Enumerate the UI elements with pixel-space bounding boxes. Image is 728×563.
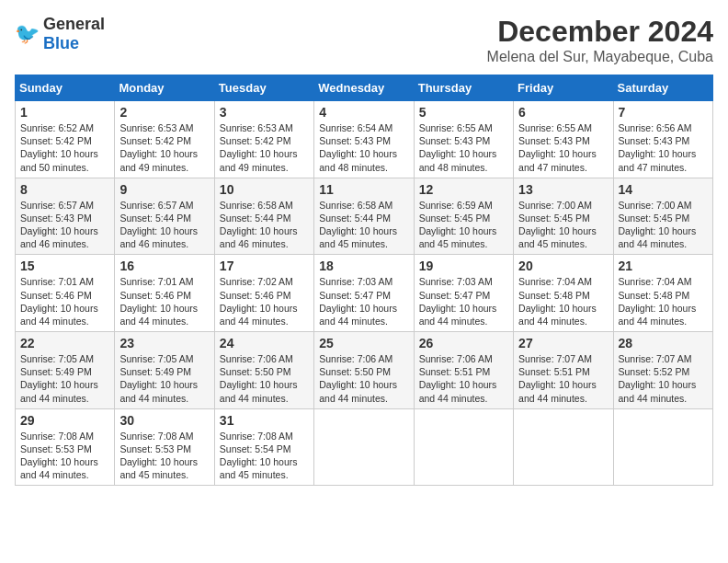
- day-number: 2: [119, 105, 209, 120]
- day-info: Sunrise: 6:56 AMSunset: 5:43 PMDaylight:…: [619, 122, 697, 173]
- calendar-cell: 29 Sunrise: 7:08 AMSunset: 5:53 PMDaylig…: [16, 408, 115, 486]
- calendar-cell: 15 Sunrise: 7:01 AMSunset: 5:46 PMDaylig…: [16, 255, 115, 332]
- day-number: 11: [319, 182, 408, 197]
- day-info: Sunrise: 6:58 AMSunset: 5:44 PMDaylight:…: [220, 200, 298, 250]
- main-title: December 2024: [487, 15, 713, 49]
- calendar-cell: 17 Sunrise: 7:02 AMSunset: 5:46 PMDaylig…: [214, 255, 313, 332]
- calendar-cell: 20 Sunrise: 7:04 AMSunset: 5:48 PMDaylig…: [514, 255, 613, 332]
- day-info: Sunrise: 6:58 AMSunset: 5:44 PMDaylight:…: [319, 200, 397, 250]
- day-info: Sunrise: 7:08 AMSunset: 5:53 PMDaylight:…: [20, 431, 98, 481]
- day-info: Sunrise: 7:06 AMSunset: 5:50 PMDaylight:…: [319, 353, 397, 404]
- day-number: 27: [518, 336, 608, 350]
- calendar-day-header: Tuesday: [214, 75, 313, 101]
- calendar-cell: 24 Sunrise: 7:06 AMSunset: 5:50 PMDaylig…: [214, 332, 313, 409]
- day-info: Sunrise: 7:01 AMSunset: 5:46 PMDaylight:…: [20, 276, 98, 327]
- day-info: Sunrise: 7:06 AMSunset: 5:50 PMDaylight:…: [220, 353, 298, 404]
- day-number: 16: [119, 259, 209, 273]
- day-number: 10: [220, 182, 309, 197]
- day-number: 9: [119, 182, 209, 197]
- calendar-table: SundayMondayTuesdayWednesdayThursdayFrid…: [15, 75, 713, 486]
- day-number: 29: [20, 413, 109, 428]
- header: 🐦 General Blue December 2024 Melena del …: [15, 15, 713, 65]
- calendar-week-row: 15 Sunrise: 7:01 AMSunset: 5:46 PMDaylig…: [16, 255, 713, 332]
- day-number: 28: [619, 336, 708, 350]
- calendar-cell: [314, 408, 414, 486]
- day-number: 18: [319, 259, 408, 273]
- day-info: Sunrise: 6:55 AMSunset: 5:43 PMDaylight:…: [518, 122, 597, 173]
- calendar-week-row: 1 Sunrise: 6:52 AMSunset: 5:42 PMDayligh…: [16, 101, 713, 178]
- calendar-week-row: 22 Sunrise: 7:05 AMSunset: 5:49 PMDaylig…: [16, 332, 713, 409]
- logo-bird-icon: 🐦: [15, 22, 40, 46]
- day-number: 22: [20, 336, 109, 350]
- calendar-day-header: Monday: [115, 75, 214, 101]
- day-number: 26: [419, 336, 508, 350]
- calendar-cell: [613, 408, 712, 486]
- calendar-cell: 30 Sunrise: 7:08 AMSunset: 5:53 PMDaylig…: [115, 408, 214, 486]
- calendar-cell: 4 Sunrise: 6:54 AMSunset: 5:43 PMDayligh…: [314, 101, 414, 178]
- calendar-cell: 12 Sunrise: 6:59 AMSunset: 5:45 PMDaylig…: [414, 178, 513, 255]
- subtitle: Melena del Sur, Mayabeque, Cuba: [487, 49, 713, 65]
- calendar-header-row: SundayMondayTuesdayWednesdayThursdayFrid…: [16, 75, 713, 101]
- calendar-cell: 6 Sunrise: 6:55 AMSunset: 5:43 PMDayligh…: [514, 101, 613, 178]
- day-info: Sunrise: 6:53 AMSunset: 5:42 PMDaylight:…: [220, 122, 298, 173]
- calendar-cell: 27 Sunrise: 7:07 AMSunset: 5:51 PMDaylig…: [514, 332, 613, 409]
- day-number: 30: [119, 413, 209, 428]
- day-number: 3: [220, 105, 309, 120]
- calendar-cell: 9 Sunrise: 6:57 AMSunset: 5:44 PMDayligh…: [115, 178, 214, 255]
- calendar-cell: 2 Sunrise: 6:53 AMSunset: 5:42 PMDayligh…: [115, 101, 214, 178]
- calendar-cell: 5 Sunrise: 6:55 AMSunset: 5:43 PMDayligh…: [414, 101, 513, 178]
- logo: 🐦 General Blue: [15, 15, 105, 53]
- day-number: 19: [419, 259, 508, 273]
- calendar-cell: 14 Sunrise: 7:00 AMSunset: 5:45 PMDaylig…: [613, 178, 712, 255]
- day-info: Sunrise: 7:08 AMSunset: 5:54 PMDaylight:…: [220, 431, 298, 481]
- calendar-cell: 31 Sunrise: 7:08 AMSunset: 5:54 PMDaylig…: [214, 408, 313, 486]
- day-number: 24: [220, 336, 309, 350]
- calendar-day-header: Saturday: [613, 75, 712, 101]
- day-number: 8: [20, 182, 109, 197]
- title-area: December 2024 Melena del Sur, Mayabeque,…: [487, 15, 713, 65]
- day-info: Sunrise: 6:52 AMSunset: 5:42 PMDaylight:…: [20, 122, 98, 173]
- day-info: Sunrise: 7:07 AMSunset: 5:52 PMDaylight:…: [619, 353, 697, 404]
- calendar-day-header: Sunday: [16, 75, 115, 101]
- day-info: Sunrise: 6:53 AMSunset: 5:42 PMDaylight:…: [119, 122, 198, 173]
- day-info: Sunrise: 7:08 AMSunset: 5:53 PMDaylight:…: [119, 431, 198, 481]
- day-info: Sunrise: 7:01 AMSunset: 5:46 PMDaylight:…: [119, 276, 198, 327]
- day-info: Sunrise: 7:04 AMSunset: 5:48 PMDaylight:…: [619, 276, 697, 327]
- calendar-cell: 11 Sunrise: 6:58 AMSunset: 5:44 PMDaylig…: [314, 178, 414, 255]
- day-info: Sunrise: 6:59 AMSunset: 5:45 PMDaylight:…: [419, 200, 497, 250]
- day-info: Sunrise: 7:04 AMSunset: 5:48 PMDaylight:…: [518, 276, 597, 327]
- calendar-cell: 19 Sunrise: 7:03 AMSunset: 5:47 PMDaylig…: [414, 255, 513, 332]
- logo-text-blue: Blue: [43, 34, 79, 52]
- logo-text-general: General: [43, 15, 105, 33]
- calendar-cell: 3 Sunrise: 6:53 AMSunset: 5:42 PMDayligh…: [214, 101, 313, 178]
- day-info: Sunrise: 7:00 AMSunset: 5:45 PMDaylight:…: [619, 200, 697, 250]
- day-number: 17: [220, 259, 309, 273]
- day-number: 31: [220, 413, 309, 428]
- day-info: Sunrise: 7:06 AMSunset: 5:51 PMDaylight:…: [419, 353, 497, 404]
- calendar-cell: 10 Sunrise: 6:58 AMSunset: 5:44 PMDaylig…: [214, 178, 313, 255]
- calendar-cell: [414, 408, 513, 486]
- day-number: 21: [619, 259, 708, 273]
- day-info: Sunrise: 7:07 AMSunset: 5:51 PMDaylight:…: [518, 353, 597, 404]
- day-number: 14: [619, 182, 708, 197]
- day-info: Sunrise: 7:05 AMSunset: 5:49 PMDaylight:…: [20, 353, 98, 404]
- calendar-week-row: 29 Sunrise: 7:08 AMSunset: 5:53 PMDaylig…: [16, 408, 713, 486]
- day-number: 12: [419, 182, 508, 197]
- calendar-cell: 21 Sunrise: 7:04 AMSunset: 5:48 PMDaylig…: [613, 255, 712, 332]
- calendar-day-header: Friday: [514, 75, 613, 101]
- day-info: Sunrise: 7:05 AMSunset: 5:49 PMDaylight:…: [119, 353, 198, 404]
- day-info: Sunrise: 7:00 AMSunset: 5:45 PMDaylight:…: [518, 200, 597, 250]
- day-info: Sunrise: 7:02 AMSunset: 5:46 PMDaylight:…: [220, 276, 298, 327]
- calendar-cell: 8 Sunrise: 6:57 AMSunset: 5:43 PMDayligh…: [16, 178, 115, 255]
- day-info: Sunrise: 6:55 AMSunset: 5:43 PMDaylight:…: [419, 122, 497, 173]
- calendar-cell: 7 Sunrise: 6:56 AMSunset: 5:43 PMDayligh…: [613, 101, 712, 178]
- calendar-cell: 28 Sunrise: 7:07 AMSunset: 5:52 PMDaylig…: [613, 332, 712, 409]
- day-number: 6: [518, 105, 608, 120]
- day-info: Sunrise: 6:57 AMSunset: 5:44 PMDaylight:…: [119, 200, 198, 250]
- day-info: Sunrise: 7:03 AMSunset: 5:47 PMDaylight:…: [419, 276, 497, 327]
- calendar-day-header: Thursday: [414, 75, 513, 101]
- calendar-cell: 13 Sunrise: 7:00 AMSunset: 5:45 PMDaylig…: [514, 178, 613, 255]
- calendar-cell: 26 Sunrise: 7:06 AMSunset: 5:51 PMDaylig…: [414, 332, 513, 409]
- day-number: 4: [319, 105, 408, 120]
- calendar-cell: 16 Sunrise: 7:01 AMSunset: 5:46 PMDaylig…: [115, 255, 214, 332]
